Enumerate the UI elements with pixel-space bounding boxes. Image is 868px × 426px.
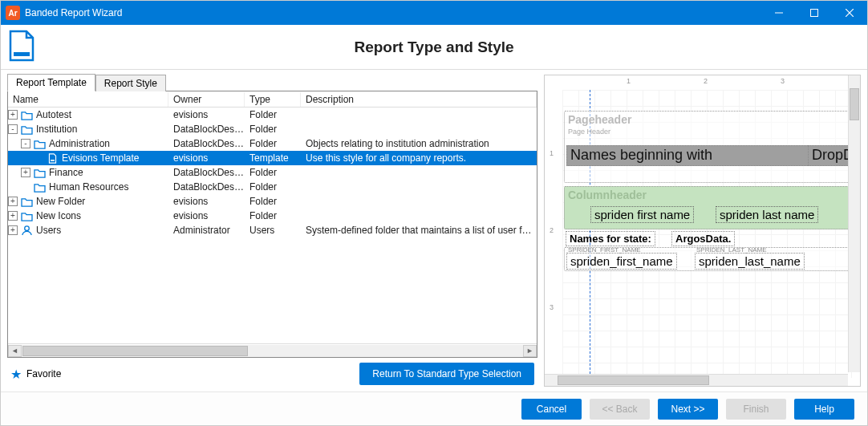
tree-item-owner: Administrator bbox=[168, 225, 245, 236]
tree-item-type: Folder bbox=[245, 109, 301, 120]
app-icon: Ar bbox=[6, 6, 20, 20]
back-button[interactable]: << Back bbox=[590, 399, 650, 420]
preview-canvas[interactable]: 1 2 3 1 2 3 Pageheader Page Header Names… bbox=[545, 75, 860, 386]
detail-field1[interactable]: spriden_first_name bbox=[566, 253, 677, 270]
favorite-label: Favorite bbox=[26, 368, 61, 379]
expander-icon[interactable]: + bbox=[8, 110, 18, 120]
tree-item-type: Folder bbox=[245, 181, 301, 193]
dropd-field[interactable]: DropD bbox=[808, 145, 853, 166]
tree-row[interactable]: +FinanceDataBlockDesig...Folder bbox=[8, 165, 537, 180]
report-icon bbox=[9, 30, 36, 64]
tree-item-owner: evisions bbox=[168, 210, 245, 221]
tree-item-type: Folder bbox=[245, 138, 301, 149]
tree-item-type: Folder bbox=[245, 167, 301, 178]
tree-item-label: Institution bbox=[36, 124, 77, 135]
col-owner[interactable]: Owner bbox=[168, 92, 245, 107]
help-button[interactable]: Help bbox=[794, 399, 854, 420]
tab-report-style[interactable]: Report Style bbox=[95, 75, 166, 91]
preview-horizontal-scrollbar[interactable] bbox=[545, 374, 848, 386]
tree-item-label: Finance bbox=[49, 167, 83, 178]
detail-field2[interactable]: spriden_last_name bbox=[695, 253, 805, 270]
scroll-right-button[interactable]: ► bbox=[523, 345, 537, 357]
tree-item-type: Template bbox=[245, 152, 301, 164]
tree-item-owner: evisions bbox=[168, 196, 245, 207]
tree-item-desc: Objects relating to institution administ… bbox=[301, 138, 537, 149]
detail-band[interactable]: SPRIDEN_FIRST_NAME SPRIDEN_LAST_NAME spr… bbox=[564, 247, 850, 271]
expander-icon[interactable]: - bbox=[8, 124, 18, 134]
minimize-button[interactable] bbox=[761, 1, 797, 25]
tree-row[interactable]: -InstitutionDataBlockDesig...Folder bbox=[8, 122, 537, 136]
tree-item-label: Human Resources bbox=[49, 181, 128, 193]
columnheader-band[interactable]: Columnheader spriden first name spriden … bbox=[564, 186, 850, 229]
page-title: Report Type and Style bbox=[354, 39, 513, 56]
svg-point-6 bbox=[25, 225, 30, 230]
favorite-icon[interactable]: ★ bbox=[10, 367, 22, 382]
window-title: Banded Report Wizard bbox=[25, 7, 122, 18]
scroll-left-button[interactable]: ◄ bbox=[8, 345, 22, 357]
tab-bar: Report Template Report Style bbox=[7, 75, 537, 91]
svg-rect-4 bbox=[14, 52, 30, 56]
tree-item-desc: System-defined folder that maintains a l… bbox=[301, 225, 537, 236]
tree-row[interactable]: Human ResourcesDataBlockDesig...Folder bbox=[8, 180, 537, 194]
svg-rect-1 bbox=[811, 10, 818, 17]
expander-icon[interactable]: + bbox=[8, 211, 18, 221]
col-description[interactable]: Description bbox=[301, 92, 537, 107]
tree-row[interactable]: +New IconsevisionsFolder bbox=[8, 209, 537, 223]
col-type[interactable]: Type bbox=[245, 92, 301, 107]
expander-spacer bbox=[34, 153, 43, 163]
finish-button[interactable]: Finish bbox=[726, 399, 786, 420]
return-standard-button[interactable]: Return To Standard Type Selection bbox=[359, 363, 534, 385]
tree-item-owner: DataBlockDesig... bbox=[168, 138, 245, 149]
ruler-horizontal: 1 2 3 bbox=[562, 75, 852, 90]
tree-item-label: New Icons bbox=[36, 210, 81, 221]
preview-vertical-scrollbar[interactable] bbox=[848, 75, 860, 372]
tree-item-owner: evisions bbox=[168, 152, 245, 164]
pageheader-sub: Page Header bbox=[565, 128, 850, 136]
cancel-button[interactable]: Cancel bbox=[521, 399, 582, 420]
title-field[interactable]: Names beginning with bbox=[566, 145, 809, 166]
scroll-thumb[interactable] bbox=[22, 346, 248, 356]
preview-pane: 1 2 3 1 2 3 Pageheader Page Header Names… bbox=[544, 75, 861, 387]
expander-icon[interactable]: + bbox=[8, 225, 18, 235]
expander-spacer bbox=[21, 182, 30, 192]
preview-hscroll-thumb[interactable] bbox=[558, 375, 709, 385]
wizard-footer: Cancel << Back Next >> Finish Help bbox=[1, 392, 867, 425]
tree-item-label: Evisions Template bbox=[62, 152, 140, 164]
col2-field[interactable]: spriden last name bbox=[716, 206, 818, 223]
col-name[interactable]: Name bbox=[8, 92, 168, 107]
horizontal-scrollbar[interactable]: ◄ ► bbox=[8, 343, 537, 357]
scroll-track[interactable] bbox=[22, 345, 523, 357]
names-state-field[interactable]: Names for state: bbox=[566, 231, 655, 246]
template-tree: Name Owner Type Description +Autotestevi… bbox=[7, 91, 537, 358]
expander-icon[interactable]: + bbox=[8, 197, 18, 206]
pageheader-band[interactable]: Pageheader Page Header Names beginning w… bbox=[564, 111, 850, 183]
left-footer: ★ Favorite Return To Standard Type Selec… bbox=[7, 358, 537, 387]
tree-row[interactable]: +UsersAdministratorUsersSystem-defined f… bbox=[8, 223, 537, 237]
tree-item-label: Autotest bbox=[36, 109, 71, 120]
wizard-window: Ar Banded Report Wizard Report Type and … bbox=[0, 0, 868, 426]
column-headers: Name Owner Type Description bbox=[8, 91, 537, 108]
expander-icon[interactable]: + bbox=[21, 168, 30, 177]
tree-item-owner: DataBlockDesig... bbox=[168, 181, 245, 193]
pageheader-label: Pageheader bbox=[565, 112, 850, 128]
design-surface[interactable]: Pageheader Page Header Names beginning w… bbox=[562, 90, 852, 378]
maximize-button[interactable] bbox=[797, 1, 832, 25]
tab-report-template[interactable]: Report Template bbox=[7, 74, 95, 91]
tree-row[interactable]: +AutotestevisionsFolder bbox=[8, 108, 537, 122]
tree-row[interactable]: -AdministrationDataBlockDesig...FolderOb… bbox=[8, 136, 537, 151]
expander-icon[interactable]: - bbox=[21, 139, 30, 148]
tree-body[interactable]: +AutotestevisionsFolder-InstitutionDataB… bbox=[8, 108, 537, 343]
tree-row[interactable]: +New FolderevisionsFolder bbox=[8, 194, 537, 209]
col1-field[interactable]: spriden first name bbox=[590, 206, 694, 223]
tree-row[interactable]: Evisions TemplateevisionsTemplateUse thi… bbox=[8, 151, 537, 165]
tree-item-desc: Use this style for all company reports. bbox=[301, 152, 537, 164]
close-button[interactable] bbox=[832, 1, 867, 25]
preview-vscroll-thumb[interactable] bbox=[850, 88, 859, 120]
tree-item-owner: evisions bbox=[168, 109, 245, 120]
argos-field[interactable]: ArgosData. bbox=[671, 231, 735, 246]
titlebar: Ar Banded Report Wizard bbox=[1, 1, 867, 25]
next-button[interactable]: Next >> bbox=[658, 399, 718, 420]
tree-item-type: Folder bbox=[245, 124, 301, 135]
tree-item-owner: DataBlockDesig... bbox=[168, 124, 245, 135]
tree-item-type: Folder bbox=[245, 210, 301, 221]
